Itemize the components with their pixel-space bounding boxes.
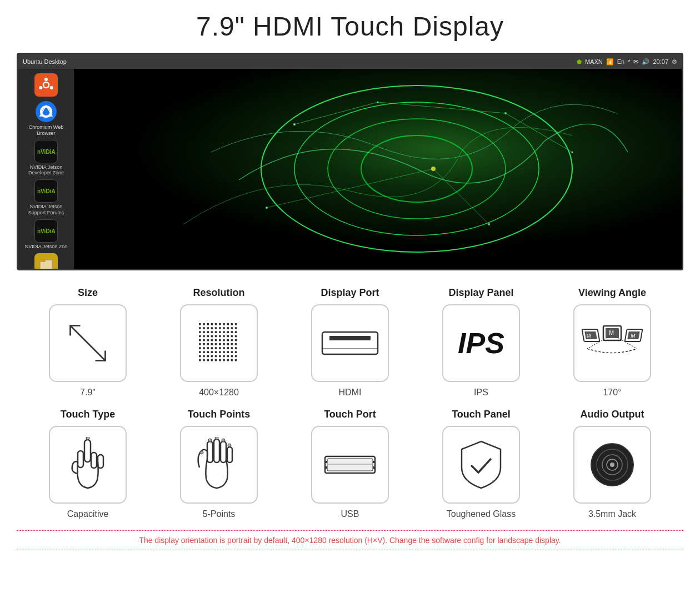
ubuntu-bar-right: ⬟ MAXN 📶 En * ✉ 🔊 20:07 ⚙ xyxy=(577,58,677,66)
svg-rect-69 xyxy=(227,331,229,333)
svg-text:nViDiA: nViDiA xyxy=(37,228,56,234)
svg-rect-127 xyxy=(219,355,221,358)
svg-rect-153 xyxy=(361,337,362,340)
svg-rect-89 xyxy=(227,339,229,341)
svg-rect-78 xyxy=(223,335,225,338)
svg-rect-110 xyxy=(231,347,233,349)
svg-rect-146 xyxy=(337,337,339,340)
svg-rect-104 xyxy=(207,347,209,349)
spec-resolution-label: Resolution xyxy=(193,287,245,299)
svg-rect-91 xyxy=(235,339,237,341)
spec-touch-type-label: Touch Type xyxy=(61,409,115,420)
svg-rect-149 xyxy=(347,337,349,340)
nvidia-zoo-label: NVIDIA Jetson Zoo xyxy=(25,244,68,250)
svg-rect-125 xyxy=(211,355,213,358)
svg-rect-76 xyxy=(215,335,217,338)
svg-rect-115 xyxy=(211,351,213,353)
diagonal-arrow-icon xyxy=(63,318,113,368)
svg-rect-59 xyxy=(227,327,229,329)
svg-rect-186 xyxy=(373,461,375,463)
svg-rect-102 xyxy=(199,347,201,349)
svg-rect-74 xyxy=(207,335,209,338)
spec-touch-port-icon-box xyxy=(311,426,389,504)
spec-display-port: Display Port xyxy=(284,287,416,398)
svg-rect-54 xyxy=(207,327,209,329)
time-label: 20:07 xyxy=(653,58,668,65)
nvidia-zoo-icon: nViDiA xyxy=(34,219,58,243)
svg-rect-132 xyxy=(199,359,201,361)
svg-rect-65 xyxy=(211,331,213,333)
svg-rect-129 xyxy=(227,355,229,358)
sidebar-item-nvidia-zoo[interactable]: nViDiA NVIDIA Jetson Zoo xyxy=(22,219,71,250)
svg-rect-52 xyxy=(199,327,201,329)
nvidia-dev-label: NVIDIA Jetson Developer Zone xyxy=(22,164,71,177)
svg-rect-123 xyxy=(203,355,205,358)
sidebar-item-nvidia-dev[interactable]: nViDiA NVIDIA Jetson Developer Zone xyxy=(22,140,71,177)
svg-rect-82 xyxy=(199,339,201,341)
svg-rect-116 xyxy=(215,351,217,353)
nvidia-spiral-bg xyxy=(74,69,682,269)
svg-rect-174 xyxy=(214,439,219,463)
svg-rect-133 xyxy=(203,359,205,361)
svg-rect-111 xyxy=(235,347,237,349)
sidebar-item-nvidia-support[interactable]: nViDiA NVIDIA Jetson Support Forums xyxy=(22,179,71,216)
svg-rect-134 xyxy=(207,359,209,361)
svg-rect-95 xyxy=(211,343,213,345)
svg-rect-58 xyxy=(223,327,225,329)
svg-rect-142 xyxy=(322,332,378,354)
svg-point-177 xyxy=(208,439,212,442)
svg-rect-139 xyxy=(227,359,229,361)
wifi-icon: 📶 xyxy=(606,58,614,66)
svg-rect-51 xyxy=(235,323,237,325)
svg-rect-71 xyxy=(235,331,237,333)
svg-rect-185 xyxy=(325,461,327,463)
svg-rect-24 xyxy=(74,69,682,269)
svg-rect-170 xyxy=(91,453,97,468)
multi-touch-icon xyxy=(194,437,244,493)
svg-point-181 xyxy=(200,451,203,454)
svg-rect-80 xyxy=(231,335,233,338)
mail-icon: ✉ xyxy=(633,58,638,66)
maxn-label: MAXN xyxy=(585,58,603,65)
audio-jack-icon xyxy=(584,437,640,493)
sidebar-item-ubuntu[interactable] xyxy=(22,73,71,97)
svg-rect-81 xyxy=(235,335,237,338)
spec-touch-port-value: USB xyxy=(341,509,359,519)
svg-rect-94 xyxy=(207,343,209,345)
svg-rect-124 xyxy=(207,355,209,358)
svg-rect-121 xyxy=(235,351,237,353)
svg-rect-140 xyxy=(231,359,233,361)
svg-rect-66 xyxy=(215,331,217,333)
spec-touch-panel-value: Toughened Glass xyxy=(447,509,516,519)
svg-rect-105 xyxy=(211,347,213,349)
screen-body: Chromium Web Browser nViDiA NVIDIA Jetso… xyxy=(18,69,682,269)
svg-rect-77 xyxy=(219,335,221,338)
en-label: En xyxy=(617,58,624,65)
svg-rect-120 xyxy=(231,351,233,353)
nvidia-dev-icon: nViDiA xyxy=(34,140,58,163)
spec-touch-type-icon-box xyxy=(49,426,127,504)
svg-point-2 xyxy=(44,78,48,81)
svg-rect-98 xyxy=(223,343,225,345)
svg-rect-144 xyxy=(331,337,332,340)
spec-resolution-icon-box xyxy=(180,304,258,382)
footer-note: The display orientation is portrait by d… xyxy=(17,530,683,550)
viewing-angle-icon: M M M xyxy=(579,318,646,368)
svg-rect-61 xyxy=(235,327,237,329)
sidebar-item-chromium[interactable]: Chromium Web Browser xyxy=(22,100,71,137)
svg-rect-67 xyxy=(219,331,221,333)
svg-rect-84 xyxy=(207,339,209,341)
specs-row1: Size 7.9" Resolution xyxy=(17,287,683,398)
shield-check-icon xyxy=(456,437,506,493)
svg-rect-168 xyxy=(84,440,91,462)
svg-rect-128 xyxy=(223,355,225,358)
svg-rect-175 xyxy=(221,441,226,463)
volume-icon: 🔊 xyxy=(642,58,649,66)
svg-rect-92 xyxy=(199,343,201,345)
svg-rect-114 xyxy=(207,351,209,353)
sidebar-item-files[interactable] xyxy=(22,253,71,270)
svg-text:nViDiA: nViDiA xyxy=(37,188,56,194)
spec-touch-points-icon-box xyxy=(180,426,258,504)
spec-display-port-label: Display Port xyxy=(321,287,379,299)
svg-rect-57 xyxy=(219,327,221,329)
